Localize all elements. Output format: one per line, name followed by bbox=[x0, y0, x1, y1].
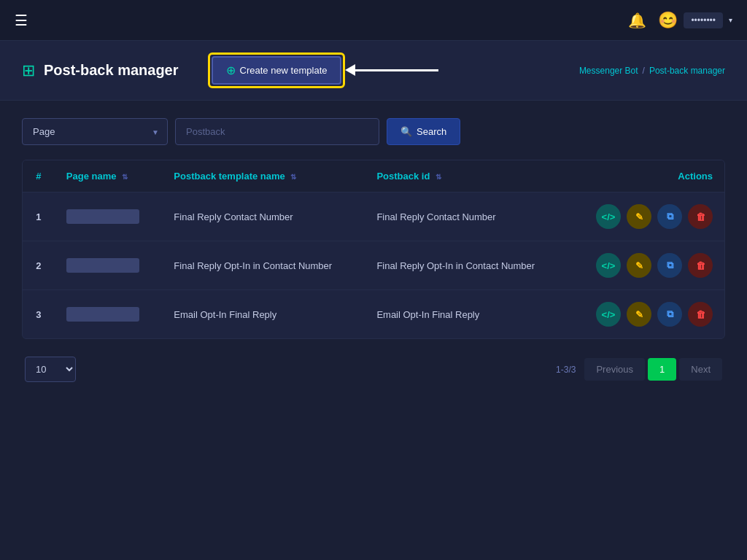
row-postback-id: Final Reply Contact Number bbox=[365, 192, 568, 241]
pagination-info: 1-3/3 bbox=[556, 365, 576, 375]
copy-button-1[interactable]: ⧉ bbox=[657, 204, 682, 229]
edit-button-1[interactable]: ✎ bbox=[627, 204, 651, 229]
bottom-bar: 10 25 50 1-3/3 Previous 1 Next bbox=[22, 345, 725, 394]
search-icon: 🔍 bbox=[400, 126, 412, 137]
page-1-button[interactable]: 1 bbox=[648, 358, 676, 381]
next-button[interactable]: Next bbox=[679, 358, 722, 381]
copy-button-2[interactable]: ⧉ bbox=[657, 253, 682, 278]
row-page-name: •••••••••• bbox=[55, 290, 163, 339]
main-content: Page 🔍 Search # Page name ⇅ bbox=[0, 101, 747, 411]
table-row: 1 •••••••••• Final Reply Contact Number … bbox=[23, 192, 724, 241]
blurred-page-name: •••••••••• bbox=[66, 307, 139, 322]
row-actions: </> ✎ ⧉ 🗑 bbox=[568, 241, 724, 290]
row-template-name: Final Reply Opt-In in Contact Number bbox=[162, 241, 365, 290]
create-button-wrapper: ⊕ Create new template bbox=[208, 52, 439, 88]
pagination-controls: 1-3/3 Previous 1 Next bbox=[556, 358, 722, 381]
row-template-name: Email Opt-In Final Reply bbox=[162, 290, 365, 339]
plus-icon: ⊕ bbox=[226, 63, 236, 77]
search-button[interactable]: 🔍 Search bbox=[387, 118, 460, 145]
previous-button[interactable]: Previous bbox=[584, 358, 645, 381]
edit-button-2[interactable]: ✎ bbox=[627, 253, 651, 278]
filter-bar: Page 🔍 Search bbox=[22, 118, 725, 145]
code-button-3[interactable]: </> bbox=[596, 302, 621, 327]
row-postback-id: Final Reply Opt-In in Contact Number bbox=[365, 241, 568, 290]
delete-button-1[interactable]: 🗑 bbox=[688, 204, 713, 229]
sort-page-icon[interactable]: ⇅ bbox=[122, 173, 128, 181]
delete-button-3[interactable]: 🗑 bbox=[688, 302, 713, 327]
data-table: # Page name ⇅ Postback template name ⇅ P… bbox=[22, 160, 725, 339]
sort-postbackid-icon[interactable]: ⇅ bbox=[436, 173, 441, 181]
row-template-name: Final Reply Contact Number bbox=[162, 192, 365, 241]
page-title: Post-back manager bbox=[44, 62, 179, 79]
page-select-wrapper: Page bbox=[22, 118, 168, 145]
page-header: ⊞ Post-back manager ⊕ Create new templat… bbox=[0, 41, 747, 101]
create-new-template-button[interactable]: ⊕ Create new template bbox=[212, 56, 342, 85]
row-num: 2 bbox=[23, 241, 55, 290]
page-size-select[interactable]: 10 25 50 bbox=[25, 357, 76, 382]
row-page-name: •••••••••• bbox=[55, 192, 163, 241]
code-button-2[interactable]: </> bbox=[596, 253, 621, 278]
user-name: •••••••• bbox=[684, 12, 723, 28]
page-size-wrapper: 10 25 50 bbox=[25, 357, 76, 382]
arrow-line bbox=[351, 69, 438, 71]
breadcrumb: Messenger Bot / Post-back manager bbox=[579, 66, 725, 76]
table-row: 3 •••••••••• Email Opt-In Final Reply Em… bbox=[23, 290, 724, 339]
copy-button-3[interactable]: ⧉ bbox=[657, 302, 682, 327]
col-template-name: Postback template name ⇅ bbox=[162, 160, 365, 192]
page-title-area: ⊞ Post-back manager bbox=[22, 61, 179, 80]
row-actions: </> ✎ ⧉ 🗑 bbox=[568, 290, 724, 339]
table-header-row: # Page name ⇅ Postback template name ⇅ P… bbox=[23, 160, 724, 192]
page-select[interactable]: Page bbox=[22, 118, 168, 145]
blurred-page-name: •••••••••• bbox=[66, 258, 139, 273]
user-menu-caret: ▾ bbox=[729, 16, 732, 24]
row-actions: </> ✎ ⧉ 🗑 bbox=[568, 192, 724, 241]
blurred-page-name: •••••••••• bbox=[66, 209, 139, 224]
table-row: 2 •••••••••• Final Reply Opt-In in Conta… bbox=[23, 241, 724, 290]
bell-icon[interactable]: 🔔 bbox=[628, 12, 646, 29]
row-num: 3 bbox=[23, 290, 55, 339]
col-page-name: Page name ⇅ bbox=[55, 160, 163, 192]
top-navigation: ☰ 🔔 😊 •••••••• ▾ bbox=[0, 0, 747, 41]
nav-left: ☰ bbox=[15, 12, 28, 29]
breadcrumb-current: Post-back manager bbox=[649, 66, 725, 76]
create-button-highlight: ⊕ Create new template bbox=[208, 52, 346, 88]
code-button-1[interactable]: </> bbox=[596, 204, 621, 229]
grid-icon: ⊞ bbox=[22, 61, 35, 80]
user-emoji-icon: 😊 bbox=[658, 11, 678, 30]
col-num: # bbox=[23, 160, 55, 192]
sort-template-icon[interactable]: ⇅ bbox=[290, 173, 296, 181]
col-postback-id: Postback id ⇅ bbox=[365, 160, 568, 192]
edit-button-3[interactable]: ✎ bbox=[627, 302, 651, 327]
hamburger-icon[interactable]: ☰ bbox=[15, 12, 28, 29]
user-area[interactable]: 😊 •••••••• ▾ bbox=[658, 11, 732, 30]
breadcrumb-separator: / bbox=[643, 66, 645, 76]
breadcrumb-parent[interactable]: Messenger Bot bbox=[579, 66, 638, 76]
delete-button-2[interactable]: 🗑 bbox=[688, 253, 713, 278]
row-postback-id: Email Opt-In Final Reply bbox=[365, 290, 568, 339]
nav-right: 🔔 😊 •••••••• ▾ bbox=[628, 11, 732, 30]
row-page-name: •••••••••• bbox=[55, 241, 163, 290]
col-actions: Actions bbox=[568, 160, 724, 192]
row-num: 1 bbox=[23, 192, 55, 241]
arrow-annotation bbox=[351, 69, 438, 71]
postback-search-input[interactable] bbox=[175, 118, 379, 145]
